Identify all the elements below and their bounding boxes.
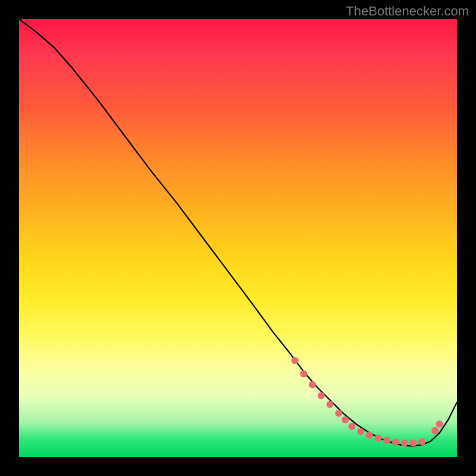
highlight-dot [292,357,299,364]
highlight-dots-group [292,357,443,446]
highlight-dot [401,439,408,446]
highlight-dot [383,437,390,444]
highlight-dot [327,401,334,408]
highlight-dot [348,423,355,430]
highlight-dot [309,381,316,389]
highlight-dot [366,431,373,439]
highlight-dot [418,438,425,445]
attribution-label: TheBottlenecker.com [346,4,469,19]
bottleneck-curve [19,19,457,446]
highlight-dot [357,428,364,435]
chart-plot-area [19,19,457,457]
highlight-dot [335,409,342,416]
highlight-dot [300,370,307,377]
highlight-dot [392,439,399,446]
highlight-dot [409,439,416,446]
highlight-dot [375,434,382,441]
highlight-dot [436,421,443,428]
highlight-dot [342,416,349,423]
highlight-dot [431,427,439,434]
highlight-dot [318,392,325,399]
chart-svg [19,19,457,457]
